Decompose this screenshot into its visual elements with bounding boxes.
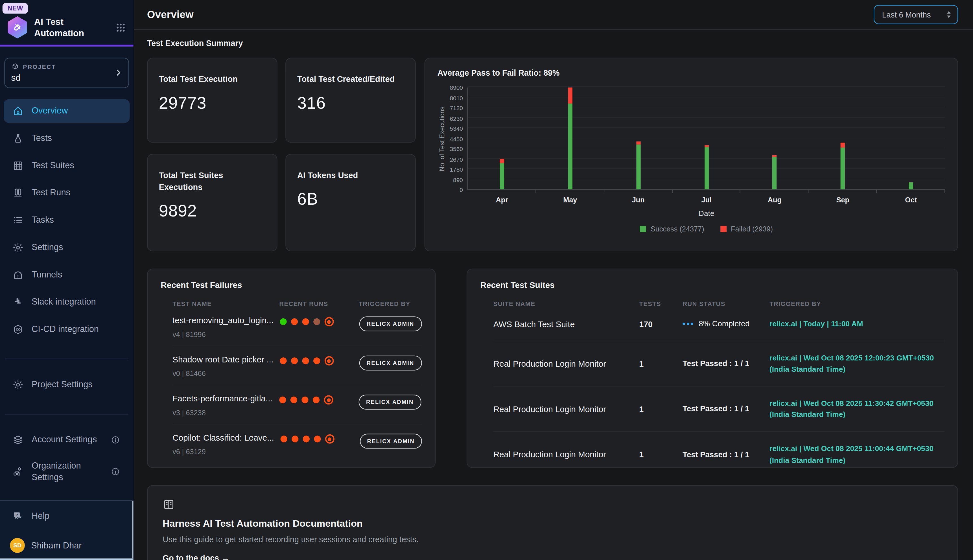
sidebar-item-label: Tasks (32, 214, 54, 226)
legend-item: Success (24377) (640, 225, 704, 233)
suite-name: Real Production Login Monitor (493, 450, 639, 459)
suites-header-row: SUITE NAMETESTSRUN STATUSTRIGGERED BY (493, 300, 945, 307)
success-segment (636, 145, 640, 189)
triggered-by-text: relicx.ai | Today | 11:00 AM (770, 318, 945, 330)
run-status-dot-orange (313, 435, 320, 442)
run-status-dot-orange (280, 357, 287, 364)
sidebar-item-test-runs[interactable]: Test Runs (4, 181, 130, 205)
run-status-dot-orange (313, 397, 320, 403)
app-title: AI Test Automation (34, 16, 100, 39)
suite-row[interactable]: Real Production Login Monitor1Test Passe… (493, 432, 945, 468)
sidebar-item-test-suites[interactable]: Test Suites (4, 154, 130, 178)
user-menu[interactable]: SD Shibam Dhar (4, 538, 130, 553)
help-chat-icon: ? (12, 510, 24, 522)
stacked-bar (773, 155, 777, 189)
top-bar: Overview Last 6 Months (134, 0, 973, 30)
y-tick-label: 7120 (450, 105, 463, 111)
sidebar-item-project-settings[interactable]: Project Settings (4, 373, 130, 397)
sidebar-item-tests[interactable]: Tests (4, 127, 130, 150)
sidebar-scrollbar-thumb[interactable] (132, 500, 133, 558)
failure-row[interactable]: Facets-performance-gitla...v3 | 63238REL… (172, 385, 422, 424)
suite-row[interactable]: Real Production Login Monitor1Test Passe… (493, 341, 945, 387)
suite-row[interactable]: Real Production Login Monitor1Test Passe… (493, 387, 945, 432)
chart-plot (467, 88, 945, 190)
stats-grid: Total Test Execution29773Total Test Crea… (147, 58, 416, 251)
recent-runs (280, 317, 359, 326)
pass-fail-chart-card: Average Pass to Fail Ratio: 89% No. of T… (425, 58, 958, 251)
list-icon (12, 215, 24, 226)
sidebar-item-ci-cd-integration[interactable]: CI-CD integration (4, 318, 130, 341)
sidebar-item-overview[interactable]: Overview (4, 99, 130, 123)
chart-bar-slot-jun (604, 88, 673, 189)
failure-row[interactable]: test-removing_auto_login...v4 | 81996REL… (172, 307, 422, 346)
run-status-text: Test Passed : 1 / 1 (683, 359, 749, 368)
column-header: RECENT RUNS (279, 300, 358, 307)
stat-label: AI Tokens Used (297, 169, 404, 181)
run-status-dot-brown (313, 318, 320, 325)
test-version-id: v3 | 63238 (172, 409, 279, 416)
sidebar-item-slack-integration[interactable]: Slack integration (4, 290, 130, 314)
sidebar-item-label: Test Suites (32, 160, 74, 172)
sidebar-item-tunnels[interactable]: Tunnels (4, 263, 130, 287)
y-tick-label: 5340 (450, 125, 463, 132)
test-name-cell: Shadow root Date picker ...v0 | 81466 (172, 355, 280, 377)
recent-test-failures-card: Recent Test Failures TEST NAMERECENT RUN… (147, 269, 436, 468)
run-status-dot-ring (324, 317, 334, 326)
triggered-by-button[interactable]: RELICX ADMIN (360, 434, 422, 449)
sidebar-header: NEW AI Test Automation (0, 0, 133, 45)
failed-segment (841, 143, 845, 148)
gear-icon (12, 379, 24, 390)
triggered-by-button[interactable]: RELICX ADMIN (359, 317, 422, 332)
stat-card-total-test-execution: Total Test Execution29773 (147, 58, 277, 143)
stat-value: 6B (297, 190, 404, 209)
docs-link[interactable]: Go to the docs → (163, 553, 230, 560)
failure-row[interactable]: Copilot: Classified: Leave...v6 | 63129R… (172, 425, 422, 463)
sidebar-item-organization-settings[interactable]: Organization Settings (4, 455, 130, 487)
svg-text:?: ? (15, 513, 18, 517)
suite-row[interactable]: AWS Batch Test Suite1708% Completedrelic… (493, 307, 945, 341)
triggered-by-button[interactable]: RELICX ADMIN (359, 395, 421, 410)
failure-row[interactable]: Shadow root Date picker ...v0 | 81466REL… (172, 346, 422, 385)
orgchart-icon (12, 466, 24, 477)
page-title: Overview (147, 9, 194, 21)
stat-card-total-test-created-edited: Total Test Created/Edited316 (285, 58, 416, 143)
failures-rows: test-removing_auto_login...v4 | 81996REL… (172, 307, 422, 463)
sidebar-item-help[interactable]: ? Help (4, 504, 130, 528)
infinity-hex-icon (12, 324, 24, 335)
failed-segment (568, 87, 572, 103)
chart-legend: Success (24377)Failed (2939) (468, 225, 945, 233)
docs-description: Use this guide to get started recording … (163, 535, 943, 544)
apps-grid-icon[interactable] (115, 22, 126, 32)
info-icon[interactable] (111, 467, 120, 476)
legend-item: Failed (2939) (720, 225, 773, 233)
suite-tests-count: 1 (639, 359, 683, 368)
y-tick-label: 1780 (450, 166, 463, 173)
recent-runs (279, 395, 358, 405)
run-status-dot-orange (302, 397, 308, 403)
chart-bar-slot-sep (809, 88, 877, 189)
x-tick-label: Jun (604, 196, 673, 203)
sidebar-item-label: Settings (32, 242, 63, 253)
sidebar-item-tasks[interactable]: Tasks (4, 208, 130, 232)
x-tick-label: Sep (809, 196, 877, 203)
x-tick-label: May (536, 196, 604, 203)
column-header: TESTS (639, 300, 683, 307)
help-label: Help (32, 510, 49, 522)
y-axis-ticks: 0890178026703560445053406230712080108900 (446, 88, 467, 190)
info-icon[interactable] (111, 435, 120, 444)
sidebar-item-account-settings[interactable]: Account Settings (4, 428, 130, 452)
legend-swatch (720, 226, 726, 232)
triggered-by-button[interactable]: RELICX ADMIN (359, 356, 422, 371)
run-status: Test Passed : 1 / 1 (683, 405, 770, 413)
sidebar-item-settings[interactable]: Settings (4, 236, 130, 259)
recent-runs (280, 356, 359, 365)
stat-value: 9892 (159, 202, 266, 221)
chart-title: Average Pass to Fail Ratio: 89% (438, 68, 945, 78)
suite-tests-count: 1 (639, 450, 683, 459)
time-range-select[interactable]: Last 6 Months (874, 5, 958, 24)
project-selector[interactable]: PROJECT sd (4, 58, 129, 88)
y-axis-title: No. of Test Executions (438, 88, 446, 190)
run-status: 8% Completed (683, 320, 770, 328)
stat-label: Total Test Created/Edited (297, 73, 404, 85)
run-status-dot-orange (302, 318, 309, 325)
